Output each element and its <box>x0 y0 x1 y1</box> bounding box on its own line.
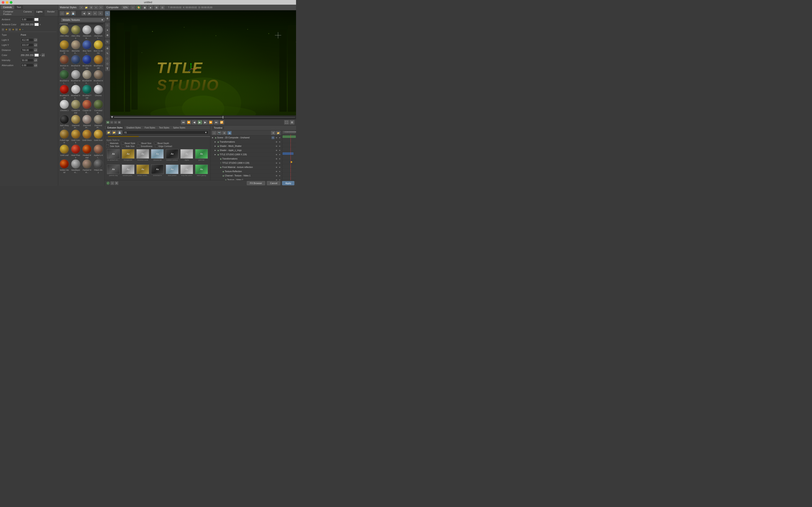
tl-tool-camera[interactable]: 📷 <box>217 131 221 135</box>
track-mute[interactable]: ◉ <box>275 178 278 180</box>
rotate-btn[interactable]: ↻ <box>105 40 110 44</box>
tab-font[interactable]: Font Styles <box>143 126 157 129</box>
view-icon-4[interactable]: ◈ <box>148 5 153 9</box>
track-mute[interactable]: ◉ <box>275 157 278 160</box>
list-item[interactable]: Chrome 2 <box>59 100 70 114</box>
pb-marker-icon[interactable]: ◆ <box>106 121 109 124</box>
check-materials-box[interactable]: ✓ <box>106 142 109 145</box>
list-item[interactable]: Painted Met... <box>82 159 92 174</box>
list-item[interactable]: Brushed Me... <box>93 70 104 84</box>
fx-browser-btn[interactable]: FX Browser <box>247 181 265 185</box>
track-expand[interactable] <box>221 178 224 180</box>
mat-icon-folder[interactable]: 📁 <box>84 6 88 9</box>
list-item[interactable]: Diamond Pl... <box>82 115 92 129</box>
track-expand[interactable] <box>219 174 222 177</box>
track-mute[interactable]: ◉ <box>275 170 278 173</box>
tab-text[interactable]: Text <box>14 5 23 9</box>
track-solo[interactable]: ■ <box>278 149 281 152</box>
list-item[interactable]: Aa truly flat colors <box>180 165 194 179</box>
list-item[interactable]: Heat Phase <box>70 145 81 159</box>
table-row[interactable]: ▶ ◉ Shader - Mesh_Shatter ◉ ■ <box>210 144 282 148</box>
diamond-btn[interactable]: ◇ <box>105 61 110 66</box>
list-item[interactable]: Brushed Sil... <box>70 85 81 99</box>
light-add-icon[interactable]: + <box>22 29 23 31</box>
list-item[interactable]: Heated Metal <box>82 145 92 159</box>
check-bevel-style-box[interactable]: ✓ <box>121 142 124 145</box>
intensity-input[interactable] <box>21 59 34 62</box>
attenuation-input[interactable] <box>21 64 34 67</box>
pb-forward-frame[interactable]: ▶ <box>203 120 208 124</box>
check-side-style-box[interactable]: ✓ <box>106 145 109 148</box>
color-steppers[interactable]: ▲▼ <box>42 53 45 57</box>
list-item[interactable]: Aa santas works... <box>136 165 150 179</box>
list-item[interactable]: Aa gold bar <box>195 149 208 164</box>
track-mute[interactable]: ◉ <box>275 166 278 169</box>
list-item[interactable]: Aa sanded polis... <box>121 165 135 179</box>
play-marker[interactable] <box>111 116 113 118</box>
list-item[interactable]: Copper Ero... <box>82 100 92 114</box>
list-item[interactable]: Aluminum B... <box>82 25 92 40</box>
table-row[interactable]: ◉ Channel - Texture - Video 1 ◉ ■ <box>210 174 282 178</box>
mat-icon-add[interactable]: + <box>80 6 83 9</box>
pb-step-back[interactable]: ⏪ <box>187 120 191 124</box>
ext-add-btn[interactable]: 📁 <box>106 130 111 134</box>
table-row[interactable]: ◉ Front Material - texture reflection ◉ … <box>210 165 282 169</box>
track-expand[interactable] <box>219 170 222 173</box>
tab-gradient[interactable]: Gradient Styles <box>125 126 143 129</box>
mat-x-btn[interactable]: × <box>98 11 103 15</box>
window-controls[interactable] <box>2 1 12 4</box>
track-expand[interactable] <box>216 162 219 165</box>
list-item[interactable]: Brushed Red <box>59 85 70 99</box>
tab-extrusion[interactable]: Extrusion Styles <box>106 126 124 129</box>
view-icon-3[interactable]: ▦ <box>143 5 147 9</box>
list-item[interactable]: Aa digital <box>180 149 194 164</box>
check-side-size-box[interactable]: ✓ <box>122 145 124 148</box>
view-icon-5[interactable]: ⊞ <box>154 5 159 9</box>
list-item[interactable]: Aa screened in <box>150 165 164 179</box>
light-btn[interactable]: ✦ <box>105 28 110 33</box>
pen-btn[interactable]: ✎ <box>105 51 110 56</box>
pb-full[interactable]: ⛶ <box>284 120 289 124</box>
list-item[interactable]: Coated Metal <box>70 100 81 114</box>
tl-tool-comp[interactable]: ⊞ <box>222 131 226 135</box>
minimize-button[interactable] <box>6 1 8 4</box>
list-item[interactable]: Brushed Bl... <box>70 55 81 69</box>
list-item[interactable]: Chrome <box>93 85 104 99</box>
track-solo[interactable]: ■ <box>278 145 281 148</box>
scrubber-bar[interactable] <box>114 117 295 118</box>
mat-save-btn[interactable]: 💾 <box>71 11 75 15</box>
material-type-dropdown[interactable]: Metallic Textures ▼ <box>61 18 105 22</box>
track-solo[interactable]: ■ <box>278 174 281 177</box>
tl-tool-import[interactable]: 📂 <box>276 131 281 135</box>
pb-back-frame[interactable]: ◀ <box>192 120 197 124</box>
color-swatch[interactable] <box>35 54 39 57</box>
table-row[interactable]: ▶ ◉ Transformations ◉ ■ <box>210 140 282 144</box>
cancel-btn[interactable]: Cancel <box>267 181 281 185</box>
table-row[interactable]: T TITLE STUDIO (1808 X 228) ◉ ■ <box>210 161 282 165</box>
table-row[interactable]: ◉ Texture-Reflection ◉ ■ <box>210 169 282 174</box>
keyframe-diamond[interactable] <box>291 161 292 163</box>
tl-tool-scene[interactable]: ▦ <box>227 131 232 135</box>
light-x-input[interactable] <box>21 38 34 42</box>
close-button[interactable] <box>2 1 4 4</box>
list-item[interactable]: Foiled Again <box>59 129 70 144</box>
list-item[interactable]: Brushed Teal <box>82 85 92 99</box>
ext-open-btn[interactable]: 📂 <box>112 130 116 134</box>
text-btn[interactable]: T <box>105 66 110 71</box>
scrubber-handle[interactable] <box>223 116 223 118</box>
list-item[interactable]: Aa warm glassy <box>195 165 208 179</box>
track-solo[interactable]: ■ <box>278 157 281 160</box>
list-item[interactable]: Aa chrome tall <box>150 149 164 164</box>
list-item[interactable]: Brushed Blue <box>82 55 92 69</box>
track-mute[interactable]: ◉ <box>275 149 278 152</box>
table-row[interactable]: ◉ Texture - Video 1 ◉ ■ <box>210 178 282 180</box>
list-item[interactable]: dark shiny r... <box>59 115 70 129</box>
ext-save-btn[interactable]: 💾 <box>117 130 122 134</box>
tab-container-pos[interactable]: Container Position <box>1 10 21 16</box>
pb-step-forward[interactable]: ⏩ <box>208 120 213 124</box>
transform-btn[interactable]: ✥ <box>105 33 110 38</box>
track-mute[interactable]: ◉ <box>275 174 278 177</box>
track-solo[interactable]: ■ <box>278 162 281 165</box>
list-item[interactable]: Needlepoint... <box>70 159 81 174</box>
check-edge-box[interactable]: ✓ <box>155 145 158 148</box>
